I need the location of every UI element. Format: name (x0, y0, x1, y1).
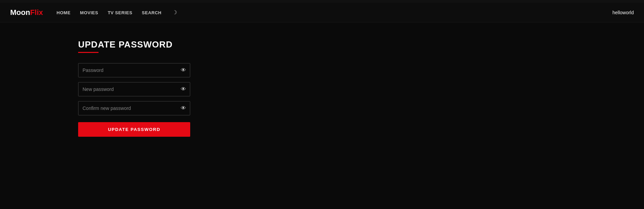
user-display: helloworld (612, 10, 634, 15)
title-underline (78, 52, 99, 53)
page-title: UPDATE PASSWORD (78, 39, 566, 50)
moon-icon[interactable]: ☽ (172, 10, 177, 15)
confirm-password-toggle-eye-icon[interactable]: 👁 (181, 105, 186, 111)
logo-flix: Flix (30, 8, 43, 17)
main-content: UPDATE PASSWORD 👁 👁 👁 UPDATE PASSWORD (0, 22, 644, 154)
nav-links: HOME MOVIES TV SERIES SEARCH ☽ (57, 9, 177, 16)
nav-link-movies[interactable]: MOVIES (80, 10, 99, 15)
nav-item-home[interactable]: HOME (57, 10, 71, 16)
password-form: 👁 👁 👁 UPDATE PASSWORD (78, 63, 190, 137)
nav-item-search[interactable]: SEARCH (142, 10, 162, 16)
new-password-toggle-eye-icon[interactable]: 👁 (181, 86, 186, 92)
nav-item-movies[interactable]: MOVIES (80, 10, 99, 16)
nav-item-tvseries[interactable]: TV SERIES (108, 10, 132, 16)
password-toggle-eye-icon[interactable]: 👁 (181, 67, 186, 73)
confirm-password-field-wrapper: 👁 (78, 101, 190, 115)
nav-link-home[interactable]: HOME (57, 10, 71, 15)
new-password-field-wrapper: 👁 (78, 82, 190, 96)
nav-link-search[interactable]: SEARCH (142, 10, 162, 15)
nav-item-darkmode[interactable]: ☽ (171, 9, 177, 16)
navbar: Moon Flix HOME MOVIES TV SERIES SEARCH ☽… (0, 3, 644, 22)
confirm-password-input[interactable] (78, 101, 190, 115)
logo-moon: Moon (10, 8, 30, 17)
top-bar (0, 0, 644, 3)
new-password-input[interactable] (78, 82, 190, 96)
password-input[interactable] (78, 63, 190, 77)
password-field-wrapper: 👁 (78, 63, 190, 77)
update-password-button[interactable]: UPDATE PASSWORD (78, 122, 190, 137)
logo: Moon Flix (10, 8, 43, 17)
nav-link-tvseries[interactable]: TV SERIES (108, 10, 132, 15)
